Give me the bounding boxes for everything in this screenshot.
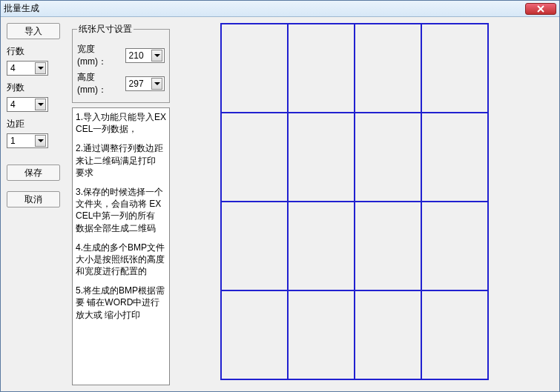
chevron-down-icon bbox=[35, 99, 46, 110]
grid-cell bbox=[288, 24, 355, 113]
chevron-down-icon bbox=[35, 62, 46, 74]
cancel-button[interactable]: 取消 bbox=[7, 191, 60, 207]
rows-label: 行数 bbox=[7, 45, 66, 58]
paper-width-value: 210 bbox=[129, 50, 151, 61]
rows-dropdown[interactable]: 4 bbox=[7, 61, 48, 76]
chevron-down-icon bbox=[35, 135, 46, 147]
readme-line: 2.通过调整行列数边距 来让二维码满足打印 要求 bbox=[76, 142, 166, 179]
readme-line: 3.保存的时候选择一个 文件夹，会自动将 EXCEL中第一列的所有 数据全部生成… bbox=[76, 186, 166, 234]
grid-cell bbox=[288, 290, 355, 379]
grid-cell bbox=[288, 202, 355, 290]
grid-cell bbox=[221, 202, 288, 290]
grid-cell bbox=[221, 290, 288, 379]
grid-cell bbox=[355, 290, 421, 379]
grid-cell bbox=[288, 113, 355, 202]
window: 批量生成 导入 行数 4 列数 4 边距 1 bbox=[0, 0, 560, 392]
paper-width-dropdown[interactable]: 210 bbox=[125, 48, 165, 63]
grid-cell bbox=[421, 290, 488, 379]
chevron-down-icon bbox=[151, 78, 162, 90]
paper-size-legend: 纸张尺寸设置 bbox=[77, 23, 134, 36]
preview-area bbox=[176, 23, 553, 385]
left-column: 导入 行数 4 列数 4 边距 1 保存 取消 bbox=[7, 23, 66, 385]
readme-panel: 1.导入功能只能导入EXCEL一列数据， 2.通过调整行列数边距 来让二维码满足… bbox=[72, 107, 170, 385]
save-button[interactable]: 保存 bbox=[7, 165, 60, 181]
grid-cell bbox=[421, 113, 488, 202]
cols-value: 4 bbox=[10, 99, 35, 110]
middle-column: 纸张尺寸设置 宽度(mm)： 210 高度(mm)： 297 bbox=[72, 23, 170, 385]
rows-value: 4 bbox=[10, 63, 35, 73]
margin-label: 边距 bbox=[7, 118, 66, 130]
grid-cell bbox=[221, 113, 288, 202]
chevron-down-icon bbox=[151, 50, 162, 62]
cols-label: 列数 bbox=[7, 82, 66, 94]
grid-cell bbox=[355, 113, 421, 202]
cols-dropdown[interactable]: 4 bbox=[7, 97, 48, 112]
grid-cell bbox=[421, 24, 488, 113]
window-title: 批量生成 bbox=[4, 2, 525, 15]
grid-cell bbox=[355, 202, 421, 290]
margin-value: 1 bbox=[10, 136, 35, 146]
close-icon bbox=[537, 5, 544, 13]
paper-size-group: 纸张尺寸设置 宽度(mm)： 210 高度(mm)： 297 bbox=[72, 23, 170, 103]
readme-line: 1.导入功能只能导入EXCEL一列数据， bbox=[76, 111, 166, 135]
paper-height-label: 高度(mm)： bbox=[77, 71, 122, 96]
close-button[interactable] bbox=[525, 3, 556, 15]
grid-preview bbox=[220, 23, 489, 380]
paper-width-label: 宽度(mm)： bbox=[77, 43, 122, 68]
readme-line: 5.将生成的BMP根据需要 铺在WORD中进行放大或 缩小打印 bbox=[76, 285, 166, 321]
import-button[interactable]: 导入 bbox=[7, 23, 60, 39]
body: 导入 行数 4 列数 4 边距 1 保存 取消 纸张尺寸 bbox=[1, 17, 559, 391]
grid-cell bbox=[355, 24, 421, 113]
titlebar: 批量生成 bbox=[1, 1, 559, 17]
paper-height-dropdown[interactable]: 297 bbox=[125, 76, 165, 91]
paper-height-value: 297 bbox=[129, 79, 151, 89]
grid-cell bbox=[421, 202, 488, 290]
grid-cell bbox=[221, 24, 288, 113]
readme-line: 4.生成的多个BMP文件 大小是按照纸张的高度 和宽度进行配置的 bbox=[76, 242, 166, 278]
margin-dropdown[interactable]: 1 bbox=[7, 133, 48, 148]
